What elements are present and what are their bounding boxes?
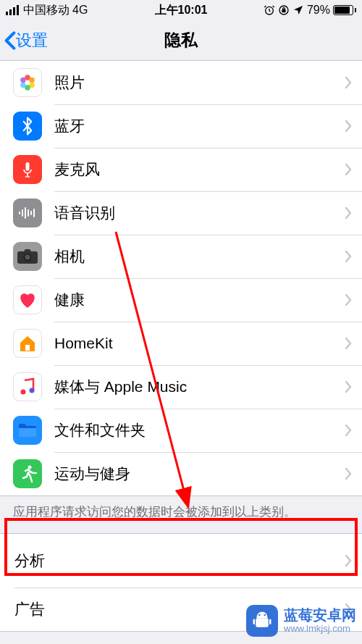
page-title: 隐私 (0, 29, 362, 51)
speech-icon (13, 198, 42, 227)
watermark: 蓝莓安卓网 www.lmkjsj.com (246, 605, 356, 637)
svg-rect-27 (253, 619, 256, 625)
screen: 中国移动 4G 上午10:01 79% 设置 隐私 照片 (0, 0, 362, 644)
svg-rect-11 (25, 176, 30, 177)
camera-icon (13, 242, 42, 271)
svg-rect-10 (27, 173, 28, 176)
watermark-title: 蓝莓安卓网 (284, 607, 356, 624)
svg-rect-15 (28, 209, 29, 217)
row-homekit[interactable]: HomeKit (0, 322, 362, 365)
svg-point-24 (28, 466, 32, 469)
svg-point-20 (25, 255, 30, 260)
row-label: 媒体与 Apple Music (54, 377, 345, 397)
svg-point-29 (258, 614, 261, 616)
bluetooth-icon (13, 112, 42, 141)
svg-rect-9 (26, 162, 30, 171)
chevron-right-icon (345, 380, 352, 393)
svg-point-30 (264, 614, 266, 616)
row-label: 分析 (14, 551, 345, 571)
watermark-logo-icon (246, 605, 278, 637)
files-icon (13, 416, 42, 445)
svg-point-4 (29, 78, 34, 83)
chevron-right-icon (345, 250, 352, 263)
homekit-icon (13, 329, 42, 358)
row-analytics[interactable]: 分析 (0, 534, 362, 587)
group1-footer: 应用程序请求访问您的数据时会被添加到以上类别。 (0, 496, 362, 533)
battery-icon (333, 5, 356, 15)
settings-list-group1: 照片 蓝牙 麦克风 语音识别 (0, 61, 362, 496)
svg-rect-13 (22, 209, 23, 217)
svg-rect-17 (33, 209, 35, 217)
row-label: 相机 (54, 246, 345, 267)
row-label: 文件和文件夹 (54, 420, 345, 440)
health-icon (13, 285, 42, 314)
chevron-right-icon (345, 424, 352, 437)
chevron-right-icon (345, 554, 352, 567)
svg-rect-16 (30, 211, 32, 215)
row-label: 蓝牙 (54, 116, 345, 136)
row-health[interactable]: 健康 (0, 278, 362, 322)
row-label: 语音识别 (54, 203, 345, 223)
chevron-right-icon (345, 206, 352, 219)
microphone-icon (13, 155, 42, 184)
watermark-text: 蓝莓安卓网 www.lmkjsj.com (284, 607, 356, 635)
svg-point-22 (21, 390, 26, 395)
svg-rect-21 (25, 345, 30, 351)
chevron-right-icon (345, 76, 352, 89)
row-label: HomeKit (54, 335, 345, 352)
svg-rect-26 (256, 618, 269, 627)
svg-point-7 (20, 83, 25, 88)
svg-point-8 (20, 78, 25, 83)
nav-bar: 设置 隐私 (0, 20, 362, 61)
svg-rect-28 (269, 619, 272, 625)
music-icon (13, 372, 42, 401)
row-photos[interactable]: 照片 (0, 61, 362, 104)
row-speech[interactable]: 语音识别 (0, 191, 362, 235)
row-music[interactable]: 媒体与 Apple Music (0, 365, 362, 409)
row-files[interactable]: 文件和文件夹 (0, 409, 362, 452)
chevron-right-icon (345, 467, 352, 480)
status-bar: 中国移动 4G 上午10:01 79% (0, 0, 362, 20)
row-microphone[interactable]: 麦克风 (0, 148, 362, 191)
row-camera[interactable]: 相机 (0, 235, 362, 278)
activity-icon (13, 459, 42, 488)
watermark-url: www.lmkjsj.com (284, 624, 356, 635)
photos-icon (13, 68, 42, 97)
chevron-right-icon (345, 293, 352, 306)
status-time: 上午10:01 (0, 3, 362, 18)
svg-point-23 (30, 388, 35, 393)
row-bluetooth[interactable]: 蓝牙 (0, 104, 362, 148)
row-label: 照片 (54, 72, 345, 93)
row-activity[interactable]: 运动与健身 (0, 452, 362, 495)
chevron-right-icon (345, 337, 352, 350)
row-label: 麦克风 (54, 159, 345, 180)
row-label: 健康 (54, 290, 345, 310)
svg-rect-14 (25, 207, 26, 219)
row-label: 运动与健身 (54, 464, 345, 484)
chevron-right-icon (345, 163, 352, 176)
chevron-right-icon (345, 120, 352, 133)
svg-rect-12 (19, 212, 20, 214)
